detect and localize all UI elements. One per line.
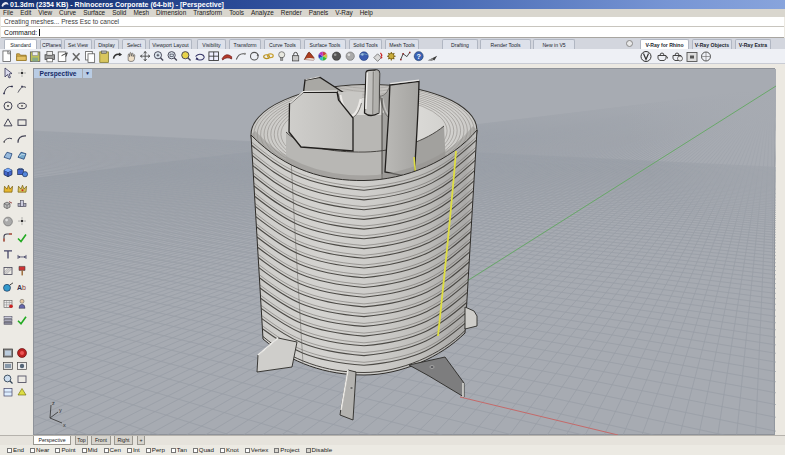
svg-text:?: ? [417,53,421,61]
svg-text:x: x [63,422,66,428]
svg-text:y: y [59,407,62,413]
svg-text:z: z [52,400,55,406]
svg-text:b: b [22,284,26,291]
